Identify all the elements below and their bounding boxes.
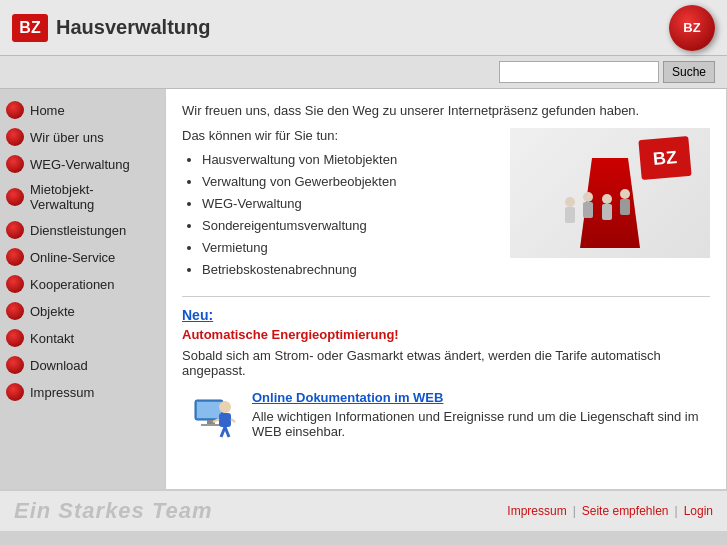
svg-rect-5: [219, 413, 231, 427]
svg-line-9: [231, 419, 235, 422]
sidebar-item-online-service[interactable]: Online-Service: [0, 244, 165, 270]
sidebar-item-label: Kooperationen: [30, 277, 115, 292]
nav-bullet-icon: [6, 101, 24, 119]
service-list-item: Verwaltung von Gewerbeobjekten: [202, 171, 500, 193]
energy-title: Automatische Energieoptimierung!: [182, 327, 710, 342]
nav-bullet-icon: [6, 248, 24, 266]
content-area: Wir freuen uns, dass Sie den Weg zu unse…: [165, 89, 727, 489]
footer-separator: |: [675, 504, 678, 518]
nav-bullet-icon: [6, 356, 24, 374]
online-dok-section: Online Dokumentation im WEB Alle wichtig…: [182, 390, 710, 445]
search-bar: Suche: [0, 56, 727, 89]
logo-area: BZ Hausverwaltung: [12, 14, 210, 42]
sidebar-item-label: Wir über uns: [30, 130, 104, 145]
services-intro: Das können wir für Sie tun:: [182, 128, 500, 143]
footer-slogan: Ein Starkes Team: [14, 498, 213, 524]
sidebar-item-label: Download: [30, 358, 88, 373]
neu-label: Neu:: [182, 307, 710, 323]
dok-description: Alle wichtigen Informationen und Ereigni…: [252, 409, 710, 439]
person-at-computer-icon: [182, 390, 242, 445]
person-computer-svg: [185, 392, 240, 442]
sidebar-item-objekte[interactable]: Objekte: [0, 298, 165, 324]
services-section: Das können wir für Sie tun: Hausverwaltu…: [182, 128, 710, 282]
sidebar-item-label: Kontakt: [30, 331, 74, 346]
nav-bullet-icon: [6, 383, 24, 401]
top-logo-circle: BZ: [669, 5, 715, 51]
footer: Ein Starkes Team Impressum|Seite empfehl…: [0, 489, 727, 531]
sidebar-item-impressum[interactable]: Impressum: [0, 379, 165, 405]
figure-1: [565, 197, 575, 223]
site-title: Hausverwaltung: [56, 16, 210, 39]
svg-rect-3: [201, 424, 221, 426]
promo-image: BZ: [510, 128, 710, 258]
main-layout: HomeWir über unsWEG-VerwaltungMietobjekt…: [0, 89, 727, 489]
svg-line-7: [225, 427, 229, 437]
service-list-item: Hausverwaltung von Mietobjekten: [202, 149, 500, 171]
footer-separator: |: [573, 504, 576, 518]
energy-description: Sobald sich am Strom- oder Gasmarkt etwa…: [182, 348, 710, 378]
nav-bullet-icon: [6, 188, 24, 206]
svg-rect-1: [197, 402, 221, 418]
sidebar: HomeWir über unsWEG-VerwaltungMietobjekt…: [0, 89, 165, 489]
sidebar-item-wir-ueber-uns[interactable]: Wir über uns: [0, 124, 165, 150]
search-input[interactable]: [499, 61, 659, 83]
figure-4: [620, 189, 630, 215]
sidebar-item-home[interactable]: Home: [0, 97, 165, 123]
nav-bullet-icon: [6, 302, 24, 320]
sidebar-item-label: Online-Service: [30, 250, 115, 265]
nav-bullet-icon: [6, 155, 24, 173]
dok-link[interactable]: Online Dokumentation im WEB: [252, 390, 710, 405]
service-list-item: Sondereigentumsverwaltung: [202, 215, 500, 237]
nav-bullet-icon: [6, 128, 24, 146]
sidebar-item-dienstleistungen[interactable]: Dienstleistungen: [0, 217, 165, 243]
promo-bz-badge: BZ: [638, 136, 691, 180]
services-list-area: Das können wir für Sie tun: Hausverwaltu…: [182, 128, 500, 282]
figure-2: [583, 192, 593, 218]
neu-section: Neu: Automatische Energieoptimierung! So…: [182, 307, 710, 378]
bz-logo-badge: BZ: [12, 14, 48, 42]
sidebar-item-weg-verwaltung[interactable]: WEG-Verwaltung: [0, 151, 165, 177]
dok-text-area: Online Dokumentation im WEB Alle wichtig…: [252, 390, 710, 439]
sidebar-item-label: Home: [30, 103, 65, 118]
footer-link-login[interactable]: Login: [684, 504, 713, 518]
header: BZ Hausverwaltung BZ: [0, 0, 727, 56]
figure-3: [602, 194, 612, 220]
sidebar-item-label: Impressum: [30, 385, 94, 400]
service-list-item: Vermietung: [202, 237, 500, 259]
svg-point-4: [219, 401, 231, 413]
nav-bullet-icon: [6, 329, 24, 347]
footer-links: Impressum|Seite empfehlen|Login: [507, 504, 713, 518]
sidebar-item-download[interactable]: Download: [0, 352, 165, 378]
nav-bullet-icon: [6, 275, 24, 293]
sidebar-item-mietobjekt-verwaltung[interactable]: Mietobjekt-Verwaltung: [0, 178, 165, 216]
footer-link-impressum[interactable]: Impressum: [507, 504, 566, 518]
footer-link-seite-empfehlen[interactable]: Seite empfehlen: [582, 504, 669, 518]
search-button[interactable]: Suche: [663, 61, 715, 83]
sidebar-item-label: Dienstleistungen: [30, 223, 126, 238]
service-list-item: Betriebskostenabrechnung: [202, 259, 500, 281]
sidebar-item-label: Objekte: [30, 304, 75, 319]
sidebar-item-label: Mietobjekt-Verwaltung: [30, 182, 155, 212]
header-right: BZ: [669, 5, 715, 51]
sidebar-item-kooperationen[interactable]: Kooperationen: [0, 271, 165, 297]
welcome-text: Wir freuen uns, dass Sie den Weg zu unse…: [182, 103, 710, 118]
nav-bullet-icon: [6, 221, 24, 239]
services-list: Hausverwaltung von MietobjektenVerwaltun…: [182, 149, 500, 282]
service-list-item: WEG-Verwaltung: [202, 193, 500, 215]
sidebar-item-kontakt[interactable]: Kontakt: [0, 325, 165, 351]
content-divider: [182, 296, 710, 297]
sidebar-item-label: WEG-Verwaltung: [30, 157, 130, 172]
